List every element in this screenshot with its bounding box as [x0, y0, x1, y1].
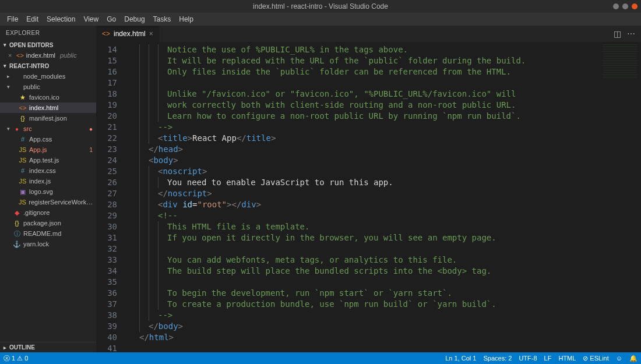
- file-package-json[interactable]: {}package.json: [0, 218, 96, 228]
- menu-go[interactable]: Go: [103, 14, 119, 24]
- tree-item-label: index.js: [29, 178, 51, 185]
- language-mode[interactable]: HTML: [558, 355, 576, 362]
- menu-debug[interactable]: Debug: [121, 14, 148, 24]
- file-app-css[interactable]: #App.css: [0, 134, 96, 144]
- eslint-status[interactable]: ⊘ ESLint: [583, 355, 608, 362]
- tree-item-label: src: [23, 125, 32, 132]
- file-app-test-js[interactable]: JSApp.test.js: [0, 155, 96, 165]
- menu-tasks[interactable]: Tasks: [150, 14, 175, 24]
- error-badge: 1: [89, 147, 93, 153]
- eol[interactable]: LF: [544, 355, 552, 362]
- html-file-icon: <>: [16, 52, 24, 59]
- file-index-html[interactable]: <>index.html: [0, 103, 96, 113]
- tree-item-label: favicon.ico: [29, 94, 59, 101]
- cursor-position[interactable]: Ln 1, Col 1: [445, 355, 476, 362]
- tree-item-label: App.css: [29, 136, 52, 143]
- file-index-js[interactable]: JSindex.js: [0, 176, 96, 186]
- error-dot-icon: ●: [89, 126, 93, 132]
- file-manifest-json[interactable]: {}manifest.json: [0, 113, 96, 123]
- eslint-label: ESLint: [590, 355, 608, 362]
- tree-item-label: public: [23, 83, 40, 90]
- chevron-down-icon: ▾: [2, 63, 7, 69]
- file-yarn-lock[interactable]: ⚓yarn.lock: [0, 239, 96, 249]
- tree-item-label: index.css: [29, 167, 56, 174]
- chevron-right-icon: ▸: [7, 73, 13, 79]
- html-file-icon: <>: [102, 30, 110, 38]
- file-logo-svg[interactable]: ▣logo.svg: [0, 186, 96, 197]
- ic-js-icon: JS: [19, 157, 27, 164]
- statusbar: ⓧ1 ⚠0 Ln 1, Col 1 Spaces: 2 UTF-8 LF HTM…: [0, 352, 641, 364]
- chevron-down-icon: ▾: [2, 42, 7, 48]
- folder-node_modules[interactable]: ▸node_modules: [0, 71, 96, 82]
- file-readme-md[interactable]: ⓘREADME.md: [0, 228, 96, 239]
- tree-item-label: README.md: [23, 230, 61, 237]
- outline-section[interactable]: ▸ OUTLINE: [0, 342, 96, 352]
- ic-js-icon: JS: [19, 199, 27, 206]
- feedback-icon[interactable]: ☺: [616, 355, 622, 362]
- open-editor-item[interactable]: × <> index.html public: [0, 50, 96, 61]
- window-close-icon[interactable]: [632, 3, 638, 9]
- menu-view[interactable]: View: [80, 14, 102, 24]
- project-section[interactable]: ▾ REACT-INTRO: [0, 61, 96, 71]
- tab-index-html[interactable]: <> index.html ×: [96, 26, 160, 42]
- error-count: 1: [12, 355, 15, 362]
- open-editor-filename: index.html: [26, 52, 55, 59]
- open-editor-path: public: [60, 52, 77, 59]
- encoding[interactable]: UTF-8: [519, 355, 537, 362]
- minimap-content: [603, 44, 638, 79]
- more-actions-icon[interactable]: ⋯: [627, 29, 635, 38]
- window-minimize-icon[interactable]: [613, 3, 619, 9]
- file-tree: ▸node_modules▾public ★favicon.ico <>inde…: [0, 71, 96, 342]
- split-editor-icon[interactable]: ◫: [614, 29, 621, 38]
- menu-selection[interactable]: Selection: [43, 14, 79, 24]
- tree-item-label: node_modules: [23, 73, 65, 80]
- line-number-gutter: 1415161718192021222324252627282930313233…: [96, 42, 129, 352]
- warning-count: 0: [24, 355, 28, 362]
- menu-help[interactable]: Help: [175, 14, 197, 24]
- explorer-title: EXPLORER: [0, 26, 96, 40]
- chevron-right-icon: ▸: [2, 345, 7, 351]
- menu-file[interactable]: File: [3, 14, 22, 24]
- tree-item-label: App.js: [29, 146, 47, 153]
- window-maximize-icon[interactable]: [622, 3, 628, 9]
- notifications-icon[interactable]: 🔔: [629, 355, 638, 362]
- tab-label: index.html: [114, 30, 146, 38]
- window-controls: [613, 3, 638, 9]
- close-icon[interactable]: ×: [8, 52, 14, 59]
- indentation[interactable]: Spaces: 2: [483, 355, 512, 362]
- file-index-css[interactable]: #index.css: [0, 165, 96, 176]
- folder-src[interactable]: ▾●src●: [0, 123, 96, 134]
- problems-button[interactable]: ⓧ1 ⚠0: [3, 354, 28, 363]
- tree-item-label: index.html: [29, 104, 58, 111]
- chevron-down-icon: ▾: [7, 84, 13, 90]
- close-icon[interactable]: ×: [149, 30, 153, 38]
- ic-readme-icon: ⓘ: [13, 229, 21, 238]
- minimap[interactable]: [600, 42, 641, 352]
- open-editors-section[interactable]: ▾ OPEN EDITORS: [0, 40, 96, 50]
- tree-item-label: yarn.lock: [23, 241, 49, 248]
- ic-git-icon: ◆: [13, 209, 21, 217]
- code-editor[interactable]: 1415161718192021222324252627282930313233…: [96, 42, 641, 352]
- tree-item-label: App.test.js: [29, 157, 59, 164]
- editor-group: <> index.html × ◫ ⋯ 14151617181920212223…: [96, 26, 641, 352]
- menu-edit[interactable]: Edit: [23, 14, 42, 24]
- ic-js-icon: JS: [19, 178, 27, 185]
- ic-html-icon: <>: [19, 104, 27, 111]
- folder-public[interactable]: ▾public: [0, 82, 96, 92]
- file-app-js[interactable]: JSApp.js1: [0, 144, 96, 155]
- ic-src-icon: ●: [13, 126, 21, 132]
- file-registerserviceworker-js[interactable]: JSregisterServiceWorker.js: [0, 197, 96, 207]
- tree-item-label: package.json: [23, 220, 61, 227]
- file--gitignore[interactable]: ◆.gitignore: [0, 207, 96, 218]
- warning-icon: ⚠: [17, 355, 23, 362]
- error-icon: ⓧ: [3, 354, 10, 363]
- tree-item-label: logo.svg: [29, 188, 53, 195]
- ic-css-icon: #: [19, 136, 27, 143]
- ic-star-icon: ★: [19, 94, 27, 101]
- code-content[interactable]: Notice the use of %PUBLIC_URL% in the ta…: [129, 42, 600, 352]
- ic-svg-icon: ▣: [19, 188, 27, 196]
- open-editors-label: OPEN EDITORS: [9, 42, 53, 48]
- titlebar: index.html - react-intro - Visual Studio…: [0, 0, 641, 13]
- block-icon: ⊘: [583, 355, 588, 362]
- file-favicon-ico[interactable]: ★favicon.ico: [0, 92, 96, 103]
